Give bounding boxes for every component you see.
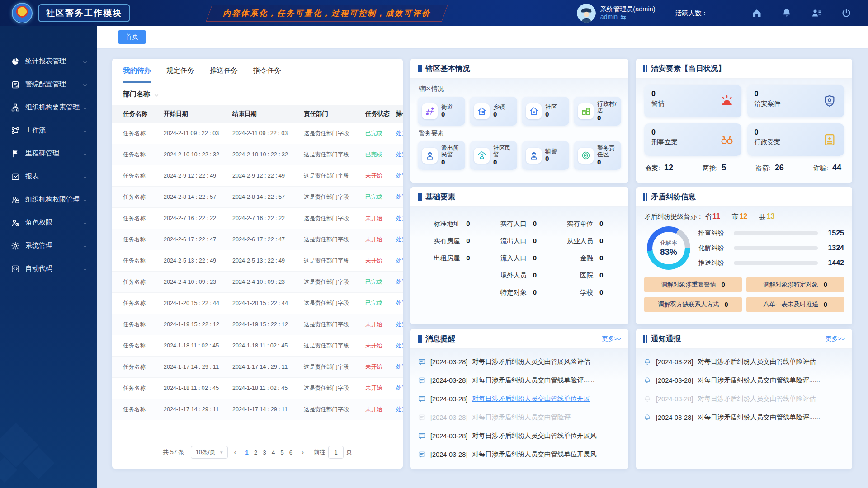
task-name-cell: 任务名称	[123, 278, 161, 286]
tab-1[interactable]: 我的待办	[123, 66, 151, 83]
list-item[interactable]: [2024-03-28]对每日涉矛盾纠纷人员交由管线单险评......	[643, 371, 845, 389]
list-item[interactable]: [2024-03-28]对每日涉矛盾纠纷人员交由管险评	[418, 408, 621, 427]
page-number-1[interactable]: 1	[242, 449, 251, 456]
crime-stat-label: 诈骗:	[813, 164, 828, 173]
handle-action-link[interactable]: 处置	[396, 321, 403, 328]
handle-action-link[interactable]: 处置	[396, 236, 403, 244]
users-icon[interactable]	[811, 8, 822, 19]
police-badge-logo-icon	[12, 3, 33, 23]
dispute-tag-value: 0	[824, 281, 827, 288]
handle-action-link[interactable]: 处置	[396, 363, 403, 371]
page-number-6[interactable]: 6	[287, 449, 296, 456]
zone-icon	[578, 148, 594, 164]
item-text: 对每日涉矛盾纠纷人员交由管线单位开展风	[472, 450, 597, 459]
page-number-2[interactable]: 2	[251, 449, 260, 456]
user-role-text: 系统管理员(admin)	[600, 5, 656, 13]
list-item[interactable]: [2024-03-28]对每日涉矛盾纠纷人员交由管线单位开展风	[418, 445, 621, 464]
dispute-tag-button[interactable]: 八单一表未及时推送0	[746, 297, 844, 312]
handle-action-link[interactable]: 处置	[396, 130, 403, 137]
handle-action-link[interactable]: 处置	[396, 215, 403, 222]
dispute-bar-value: 1324	[823, 244, 844, 252]
dispute-tag-button[interactable]: 调解对象涉特定对象0	[746, 277, 844, 292]
handle-action-link[interactable]: 处置	[396, 300, 403, 307]
page-number-5[interactable]: 5	[278, 449, 287, 456]
department-cell: 这是责任部门字段	[304, 172, 363, 180]
end-date-cell: 2024-1-17 14 : 29 : 11	[232, 406, 301, 413]
username-text[interactable]: admin	[600, 13, 618, 21]
handle-action-link[interactable]: 处置	[396, 172, 403, 180]
handle-action-link[interactable]: 处置	[396, 406, 403, 413]
table-row: 任务名称2024-2-11 09 : 22 : 032024-2-11 09 :…	[112, 123, 403, 144]
handcuffs-icon	[720, 132, 734, 147]
goto-page-input[interactable]	[328, 446, 344, 459]
stat-tile[interactable]: 社区民警0	[470, 141, 517, 170]
department-filter-label[interactable]: 部门名称	[123, 90, 150, 99]
chevron-down-icon	[82, 243, 88, 249]
sidebar-item-6[interactable]: 报表	[0, 165, 97, 188]
page-number-4[interactable]: 4	[269, 449, 278, 456]
bell-icon[interactable]	[781, 8, 792, 19]
dispute-tag-button[interactable]: 调解对象涉重复警情0	[644, 277, 742, 292]
sidebar-item-3[interactable]: 组织机构要素管理	[0, 96, 97, 119]
sidebar-item-5[interactable]: 里程碑管理	[0, 142, 97, 165]
handle-action-link[interactable]: 处置	[396, 342, 403, 350]
task-name-cell: 任务名称	[123, 406, 161, 413]
tab-home[interactable]: 首页	[118, 30, 146, 44]
supervise-level: 省11	[705, 212, 720, 221]
dispute-tag-button[interactable]: 调解双方缺联系人方式0	[644, 297, 742, 312]
list-item[interactable]: [2024-03-28]对每日涉矛盾纠纷人员交由管线单位开展风	[418, 427, 621, 445]
sidebar-item-2[interactable]: 警综配置管理	[0, 73, 97, 96]
page-size-select[interactable]: 10条/页 ▼	[191, 446, 228, 459]
tab-3[interactable]: 推送任务	[210, 66, 238, 83]
home-icon[interactable]	[751, 8, 762, 19]
chevron-down-icon[interactable]	[154, 92, 159, 97]
tab-2[interactable]: 规定任务	[166, 66, 194, 83]
stat-tile[interactable]: 警务责任区0	[574, 141, 621, 170]
handle-action-link[interactable]: 处置	[396, 385, 403, 392]
basic-element-item: 流入人口0	[481, 254, 548, 263]
list-item[interactable]: [2024-03-28]对每日涉矛盾纠纷人员交由管线单险评估	[643, 389, 845, 408]
table-row: 任务名称2024-2-9 12 : 22 : 492024-2-9 12 : 2…	[112, 165, 403, 187]
handle-action-link[interactable]: 处置	[396, 151, 403, 159]
security-stat-tile[interactable]: 0治安案件	[747, 85, 844, 117]
list-item[interactable]: [2024-03-28]对每日涉矛盾纠纷人员交由管线单险评......	[643, 408, 845, 427]
prev-page-button[interactable]: ‹	[232, 449, 238, 456]
stat-tile[interactable]: 辅警0	[522, 141, 569, 170]
messages-more-link[interactable]: 更多>>	[602, 335, 621, 343]
stat-tile[interactable]: 社区0	[522, 97, 569, 126]
sidebar-item-label: 警综配置管理	[25, 80, 66, 89]
power-icon[interactable]	[841, 8, 852, 19]
tab-4[interactable]: 指令任务	[253, 66, 281, 83]
notices-more-link[interactable]: 更多>>	[826, 335, 845, 343]
sidebar-item-4[interactable]: 工作流	[0, 119, 97, 142]
stat-tile[interactable]: 乡镇0	[470, 97, 517, 126]
switch-user-icon[interactable]: ⇆	[620, 13, 626, 22]
list-item[interactable]: [2024-03-28]对每日涉矛盾纠纷人员交由管线单险评......	[418, 371, 621, 389]
handle-action-link[interactable]: 处置	[396, 278, 403, 286]
sidebar-item-9[interactable]: 系统管理	[0, 234, 97, 257]
basic-element-value: 0	[599, 220, 615, 227]
sidebar-item-10[interactable]: 自动代码	[0, 257, 97, 280]
stat-tile[interactable]: 街道0	[418, 97, 465, 126]
notices-title: 通知通报	[651, 334, 681, 344]
stat-tile[interactable]: 行政村/居0	[574, 97, 621, 126]
security-stat-tile[interactable]: 0刑事立案	[644, 123, 741, 156]
page-number-3[interactable]: 3	[260, 449, 269, 456]
sidebar-item-7[interactable]: 组织机构权限管理	[0, 188, 97, 211]
item-text: 对每日涉矛盾纠纷人员交由管线单位开展风	[472, 432, 597, 440]
sidebar-item-8[interactable]: 角色权限	[0, 211, 97, 234]
next-page-button[interactable]: ›	[300, 449, 306, 456]
handle-action-link[interactable]: 处置	[396, 193, 403, 201]
list-item[interactable]: [2024-03-28]对每日涉矛盾纠纷人员交由管线单位开展	[418, 389, 621, 408]
dispute-bar-label: 排查纠纷	[698, 229, 730, 237]
user-avatar[interactable]	[577, 4, 596, 23]
basic-element-label: 流出人口	[500, 237, 527, 245]
security-stat-tile[interactable]: 0警情	[644, 85, 741, 117]
security-stat-tile[interactable]: 0行政受案	[747, 123, 844, 156]
stat-tile[interactable]: 派出所民警0	[418, 141, 465, 170]
list-item[interactable]: [2024-03-28]对每日涉矛盾纠纷人员交由管线单险评估	[643, 352, 845, 371]
list-item[interactable]: [2024-03-28]对每日涉矛盾纠纷人员交由管展风险评估	[418, 352, 621, 371]
flag-icon	[11, 149, 20, 158]
sidebar-item-1[interactable]: 统计报表管理	[0, 50, 97, 73]
handle-action-link[interactable]: 处置	[396, 257, 403, 265]
